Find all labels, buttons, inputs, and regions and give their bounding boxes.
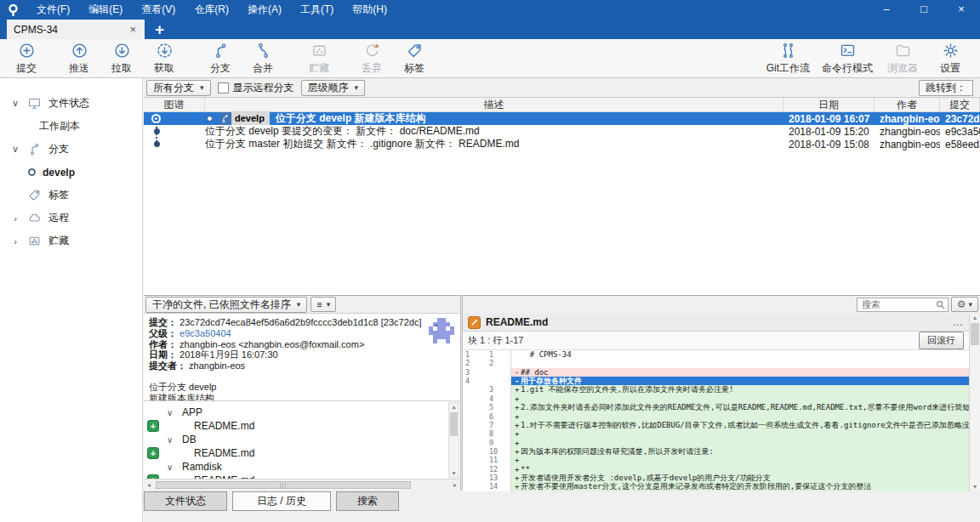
diff-line[interactable]: 6+ bbox=[463, 412, 969, 421]
merge-button[interactable]: 合并 bbox=[242, 42, 284, 76]
menu-view[interactable]: 查看(V) bbox=[132, 0, 185, 19]
repo-tab-cpms34[interactable]: CPMS-34 × bbox=[7, 20, 145, 39]
diff-scrollbar[interactable]: ▴ ▾ bbox=[969, 314, 980, 491]
tree-file-row[interactable]: + README.md bbox=[144, 419, 460, 433]
sidebar-item-tags[interactable]: 标签 bbox=[0, 184, 142, 207]
sidebar-item-branch-develp[interactable]: develp bbox=[0, 161, 142, 184]
explorer-button[interactable]: 浏览器 bbox=[881, 42, 924, 76]
commit-row[interactable]: 位于分支 master 初始提交 新文件： .gitignore 新文件： RE… bbox=[144, 138, 980, 150]
diff-line[interactable]: 13+开发者请使用开发者分支 :develp,或基于develp的用户分支/功能… bbox=[463, 474, 969, 482]
tab-close-icon[interactable]: × bbox=[128, 23, 138, 36]
commit-row[interactable]: 位于分支 develp 要提交的变更： 新文件： doc/README.md 2… bbox=[144, 125, 980, 138]
pull-button[interactable]: 拉取 bbox=[100, 42, 143, 76]
sidebar-item-file-status[interactable]: ∨ 文件状态 bbox=[0, 92, 142, 115]
tab-search[interactable]: 搜索 bbox=[336, 491, 399, 511]
scroll-right-icon[interactable]: ▸ bbox=[450, 481, 460, 489]
diff-line[interactable]: 22 bbox=[463, 359, 969, 367]
scrollbar-thumb[interactable]: ||| bbox=[156, 481, 411, 489]
scroll-up-icon[interactable]: ▴ bbox=[452, 403, 455, 411]
new-tab-button[interactable]: + bbox=[155, 20, 164, 39]
commit-message-line1: 位于分支 develp bbox=[149, 382, 455, 393]
menu-edit[interactable]: 编辑(E) bbox=[79, 0, 132, 19]
scrollbar-thumb[interactable] bbox=[450, 412, 458, 436]
column-header-description[interactable]: 描述 bbox=[205, 98, 783, 111]
stash-button[interactable]: 贮藏 bbox=[298, 42, 340, 76]
more-options-button[interactable]: … bbox=[953, 316, 964, 328]
branch-filter-dropdown[interactable]: 所有分支 ▾ bbox=[146, 80, 211, 96]
reverse-lines-button[interactable]: 回滚行 bbox=[919, 332, 964, 349]
maximize-button[interactable]: □ bbox=[905, 0, 943, 19]
settings-button[interactable]: 设置 bbox=[929, 42, 971, 76]
scroll-down-icon[interactable]: ▾ bbox=[449, 469, 459, 477]
menu-actions[interactable]: 操作(A) bbox=[238, 0, 291, 19]
diff-line[interactable]: 12+** bbox=[463, 465, 969, 474]
tree-folder-row[interactable]: ∨ APP bbox=[144, 406, 460, 419]
menu-repository[interactable]: 仓库(R) bbox=[185, 0, 238, 19]
diff-line[interactable]: 9+ bbox=[463, 439, 969, 447]
column-header-author[interactable]: 作者 bbox=[875, 98, 940, 111]
chevron-down-icon[interactable]: ∨ bbox=[10, 98, 20, 109]
diff-line[interactable]: 10+因为版本库的权限问题没有研究清楚,所以开发时请注意: bbox=[463, 447, 969, 456]
diff-line[interactable]: 14+开发者不要使用master分支,这个分支是用来记录发布或者特定的开发阶段用… bbox=[463, 482, 969, 491]
fetch-button[interactable]: 获取 bbox=[143, 42, 185, 76]
commit-committer-line: 提交者： zhangbin-eos bbox=[149, 360, 455, 372]
minimize-button[interactable]: – bbox=[868, 0, 905, 19]
diff-line[interactable]: 3-## doc bbox=[463, 368, 969, 377]
file-sort-dropdown[interactable]: 干净的文件, 已依照文件名排序 ▾ bbox=[145, 297, 307, 313]
tag-button[interactable]: 标签 bbox=[393, 42, 436, 76]
parent-commit-link[interactable]: e9c3a50404 bbox=[179, 328, 231, 338]
tab-file-status[interactable]: 文件状态 bbox=[144, 491, 227, 511]
chevron-right-icon[interactable]: › bbox=[10, 213, 20, 224]
gitflow-button[interactable]: Git工作流 bbox=[763, 42, 813, 76]
column-header-commit[interactable]: 提交 bbox=[940, 98, 980, 111]
jump-to-field[interactable]: 跳转到： bbox=[919, 80, 973, 96]
chevron-down-icon[interactable]: ∨ bbox=[10, 144, 20, 155]
sidebar-item-working-copy[interactable]: 工作副本 bbox=[0, 115, 142, 138]
sidebar-item-remotes[interactable]: › 远程 bbox=[0, 207, 142, 230]
order-dropdown[interactable]: 层级顺序 ▾ bbox=[301, 80, 366, 96]
file-tree-scrollbar[interactable]: ▴ ▾ bbox=[448, 402, 459, 478]
commit-hash-line: 提交： 23c72dcd74eca84ef5d6a6d2b9fcccc3deb1… bbox=[149, 317, 455, 328]
sidebar-item-branches[interactable]: ∨ 分支 bbox=[0, 138, 142, 161]
chevron-down-icon[interactable]: ∨ bbox=[167, 408, 173, 417]
diff-options-button[interactable]: ⚙ ▾ bbox=[951, 297, 978, 312]
tab-log-history[interactable]: 日志 / 历史 bbox=[232, 491, 331, 511]
file-tree-horizontal-scrollbar[interactable]: ◂ ||| ▸ bbox=[144, 479, 460, 491]
diff-line[interactable]: 8+ bbox=[463, 429, 969, 438]
discard-button[interactable]: 丢弃 bbox=[350, 42, 393, 76]
chevron-right-icon[interactable]: › bbox=[10, 236, 20, 247]
push-button[interactable]: 推送 bbox=[58, 42, 100, 76]
tree-folder-row[interactable]: ∨ DB bbox=[144, 433, 460, 446]
menu-file[interactable]: 文件(F) bbox=[27, 0, 79, 19]
commit-button[interactable]: 提交 bbox=[5, 42, 48, 76]
close-button[interactable]: × bbox=[943, 0, 980, 19]
diff-line[interactable]: 11 # CPMS-34 bbox=[463, 350, 969, 359]
show-remote-checkbox-group[interactable]: 显示远程分支 bbox=[218, 81, 294, 95]
diff-file-header[interactable]: README.md … bbox=[463, 314, 969, 332]
menu-help[interactable]: 帮助(H) bbox=[343, 0, 396, 19]
tree-folder-row[interactable]: ∨ Ramdisk bbox=[144, 460, 460, 474]
terminal-button[interactable]: 命令行模式 bbox=[818, 42, 876, 76]
scroll-down-icon[interactable]: ▾ bbox=[970, 483, 980, 491]
sidebar-item-stashes[interactable]: › 贮藏 bbox=[0, 230, 142, 252]
show-remote-checkbox[interactable] bbox=[218, 82, 229, 94]
column-header-date[interactable]: 日期 bbox=[783, 98, 875, 111]
diff-line-selected[interactable]: 4-用于存放各种文件 bbox=[463, 377, 969, 385]
chevron-down-icon[interactable]: ∨ bbox=[167, 435, 173, 445]
menu-tools[interactable]: 工具(T) bbox=[291, 0, 343, 19]
tree-file-row[interactable]: + README.md bbox=[144, 446, 460, 460]
scroll-left-icon[interactable]: ◂ bbox=[144, 481, 154, 489]
diff-line[interactable]: 5+2.添加文件夹时请务必同时添加此文件夹的README文件,可以是README… bbox=[463, 403, 969, 411]
view-options-button[interactable]: ≡ ▾ bbox=[311, 297, 336, 312]
search-input[interactable] bbox=[857, 298, 949, 312]
chevron-down-icon[interactable]: ∨ bbox=[167, 462, 173, 472]
branch-button[interactable]: 分支 bbox=[199, 42, 242, 76]
diff-line[interactable]: 4+ bbox=[463, 394, 969, 403]
scrollbar-thumb[interactable] bbox=[971, 323, 979, 345]
diff-line[interactable]: 7+1.对于不需要进行版本控制的软件,比如DEBUG/目录下文件,或者比如一些系… bbox=[463, 421, 969, 429]
column-header-graph[interactable]: 图谱 bbox=[144, 98, 205, 111]
diff-line[interactable]: 3+1.git 不能保存空的文件夹,所以在添加文件夹时请务必注意! bbox=[463, 385, 969, 394]
scroll-up-icon[interactable]: ▴ bbox=[973, 314, 977, 321]
diff-line[interactable]: 11+ bbox=[463, 456, 969, 464]
commit-row-selected[interactable]: develp 位于分支 develp 新建版本库结构 2018-01-09 16… bbox=[144, 112, 980, 125]
